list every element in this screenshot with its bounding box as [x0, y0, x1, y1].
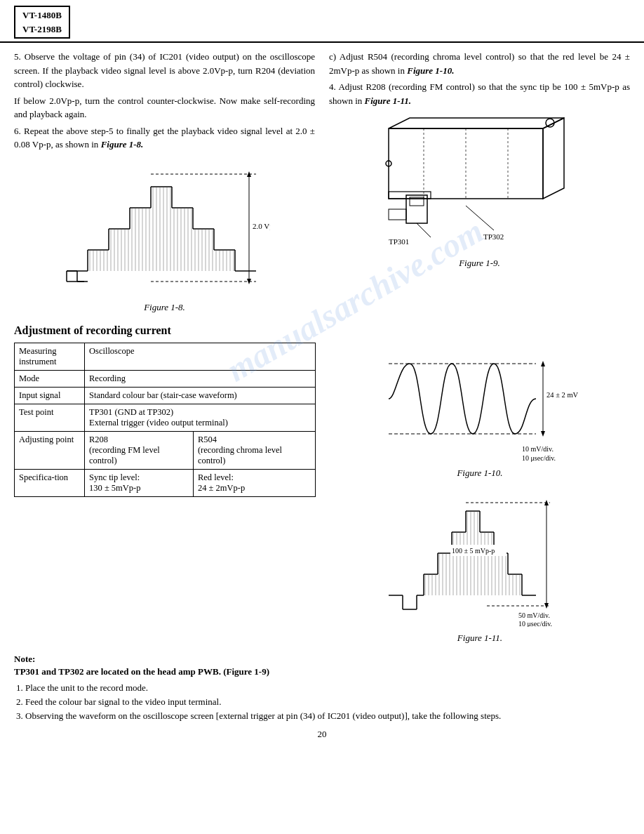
svg-marker-72 — [543, 118, 564, 199]
para-c-fig-ref: Figure 1-10. — [407, 65, 454, 76]
svg-text:TP301: TP301 — [389, 237, 409, 246]
table-cell-value: Standard colour bar (stair-case waveform… — [85, 387, 316, 404]
table-row: Specifica-tion Sync tip level: 130 ± 5mV… — [15, 469, 316, 496]
step3: Observing the waveform on the oscillosco… — [25, 710, 630, 722]
table-cell-value1: Sync tip level: 130 ± 5mVp-p — [85, 469, 194, 496]
para-c: c) Adjust R504 (recording chroma level c… — [329, 50, 630, 77]
figure-1-11-svg: 100 ± 5 mVp-p 50 mV/div. 10 μsec/div. — [382, 497, 578, 627]
page-number: 20 — [0, 729, 644, 740]
svg-text:24 ± 2 mVp-p: 24 ± 2 mVp-p — [546, 391, 578, 399]
table-cell-label: Adjusting point — [15, 431, 85, 469]
table-cell-value2: Red level: 24 ± 2mVp-p — [193, 469, 315, 496]
fig19-label: Figure 1-9. — [329, 258, 630, 269]
left-column: 5. Observe the voltage of pin (34) of IC… — [14, 50, 315, 317]
note-section: Note: TP301 and TP302 are located on the… — [0, 654, 644, 722]
svg-text:100 ± 5 mVp-p: 100 ± 5 mVp-p — [452, 547, 495, 555]
para5: 5. Observe the voltage of pin (34) of IC… — [14, 50, 315, 152]
svg-marker-89 — [541, 361, 545, 366]
right-text: c) Adjust R504 (recording chroma level c… — [329, 50, 630, 107]
svg-text:10 μsec/div.: 10 μsec/div. — [522, 454, 556, 462]
svg-text:TP302: TP302 — [483, 232, 504, 241]
para6-text: 6. Repeat the above step-5 to finally ge… — [14, 124, 315, 152]
svg-text:50 mV/div.: 50 mV/div. — [518, 611, 550, 619]
adjustment-section: Adjustment of recording current Measurin… — [0, 317, 644, 648]
figure-1-9-container: TP301 TP302 Figure 1-9. — [329, 114, 630, 269]
table-cell-value: Recording — [85, 370, 316, 387]
section-title: Adjustment of recording current — [14, 324, 630, 337]
fig111-label: Figure 1-11. — [330, 633, 630, 644]
header: VT-1480B VT-2198B — [0, 0, 644, 43]
svg-text:10 μsec/div.: 10 μsec/div. — [518, 620, 552, 627]
table-cell-label: Mode — [15, 370, 85, 387]
note-title: Note: — [14, 654, 630, 665]
svg-text:10 mV/div.: 10 mV/div. — [522, 445, 554, 453]
para4-fig-ref: Figure 1-11. — [365, 95, 411, 106]
table-container: Measuring instrument Oscilloscope Mode R… — [14, 343, 316, 648]
figure-1-10-svg: 24 ± 2 mVp-p 10 mV/div. 10 μsec/div. — [382, 350, 578, 462]
svg-point-76 — [546, 119, 554, 127]
table-cell-label: Input signal — [15, 387, 85, 404]
table-cell-label: Specifica-tion — [15, 469, 85, 496]
adjustment-table: Measuring instrument Oscilloscope Mode R… — [14, 343, 316, 497]
svg-marker-71 — [389, 118, 564, 128]
fig110-label: Figure 1-10. — [330, 468, 630, 479]
table-figures-row: Measuring instrument Oscilloscope Mode R… — [14, 343, 630, 648]
table-cell-label: Measuring instrument — [15, 343, 85, 370]
fig18-label: Figure 1-8. — [14, 302, 315, 313]
table-row: Test point TP301 (GND at TP302) External… — [15, 404, 316, 431]
model1: VT-1480B — [22, 8, 62, 22]
svg-marker-90 — [541, 431, 545, 437]
model-box: VT-1480B VT-2198B — [14, 6, 70, 39]
figure-1-9-svg: TP301 TP302 — [368, 114, 592, 255]
figure-1-8-svg: 2.0 Vp-p — [60, 159, 270, 299]
table-cell-value2: R504 (recording chroma level control) — [193, 431, 315, 469]
figure-1-8-container: 2.0 Vp-p Figure 1-8. — [14, 159, 315, 313]
page-container: manualsarchive.com VT-1480B VT-2198B 5. … — [0, 0, 644, 834]
svg-rect-78 — [389, 209, 406, 220]
table-cell-label: Test point — [15, 404, 85, 431]
model2: VT-2198B — [22, 22, 62, 37]
para5-text2: If below 2.0Vp-p, turn the control count… — [14, 94, 315, 121]
table-cell-value: TP301 (GND at TP302) External trigger (v… — [85, 404, 316, 431]
figure-1-11-container: 100 ± 5 mVp-p 50 mV/div. 10 μsec/div. Fi… — [330, 497, 630, 644]
note-body: TP301 and TP302 are located on the head … — [14, 665, 630, 679]
table-row: Adjusting point R208 (recording FM level… — [15, 431, 316, 469]
table-row: Mode Recording — [15, 370, 316, 387]
steps-list: Place the unit to the record mode. Feed … — [25, 682, 630, 722]
table-cell-value1: R208 (recording FM level control) — [85, 431, 194, 469]
svg-line-84 — [466, 206, 494, 230]
step2: Feed the colour bar signal to the video … — [25, 696, 630, 708]
para5-text1: 5. Observe the voltage of pin (34) of IC… — [14, 50, 315, 91]
table-cell-value: Oscilloscope — [85, 343, 316, 370]
step1: Place the unit to the record mode. — [25, 682, 630, 694]
right-column: c) Adjust R504 (recording chroma level c… — [329, 50, 630, 317]
svg-text:2.0 Vp-p: 2.0 Vp-p — [253, 222, 270, 230]
top-two-col: 5. Observe the voltage of pin (34) of IC… — [0, 43, 644, 317]
right-figures: 24 ± 2 mVp-p 10 mV/div. 10 μsec/div. Fig… — [330, 343, 630, 648]
figure-1-10-container: 24 ± 2 mVp-p 10 mV/div. 10 μsec/div. Fig… — [330, 350, 630, 479]
table-row: Input signal Standard colour bar (stair-… — [15, 387, 316, 404]
para6-fig-ref: Figure 1-8. — [101, 139, 144, 150]
table-row: Measuring instrument Oscilloscope — [15, 343, 316, 370]
para4: 4. Adjust R208 (recording FM control) so… — [329, 80, 630, 107]
svg-line-82 — [417, 223, 431, 237]
